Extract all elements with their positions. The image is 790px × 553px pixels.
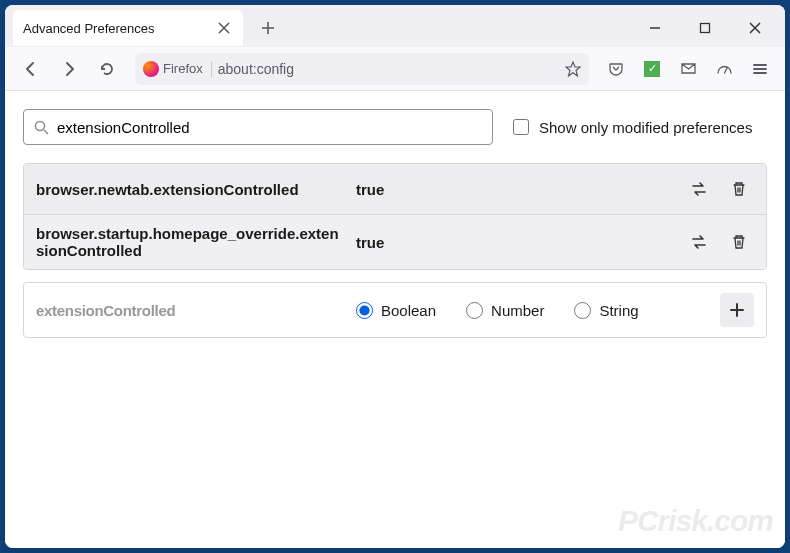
address-bar[interactable]: Firefox about:config — [135, 53, 589, 85]
firefox-logo-icon — [143, 61, 159, 77]
show-modified-input[interactable] — [513, 119, 529, 135]
window-controls — [635, 13, 785, 43]
reload-button[interactable] — [91, 53, 123, 85]
extension-icon[interactable]: ✓ — [637, 54, 667, 84]
search-icon — [34, 120, 49, 135]
toggle-icon[interactable] — [684, 174, 714, 204]
pref-value: true — [356, 181, 684, 198]
identity-label: Firefox — [163, 61, 203, 76]
hamburger-menu-icon[interactable] — [745, 54, 775, 84]
close-tab-icon[interactable] — [215, 19, 233, 37]
show-modified-label: Show only modified preferences — [539, 119, 752, 136]
add-pref-button[interactable] — [720, 293, 754, 327]
pref-actions — [684, 227, 754, 257]
search-input[interactable] — [57, 119, 482, 136]
forward-button[interactable] — [53, 53, 85, 85]
watermark: PCrisk.com — [618, 504, 773, 538]
create-pref-row: extensionControlled Boolean Number Strin… — [23, 282, 767, 338]
radio-boolean-input[interactable] — [356, 302, 373, 319]
pref-name: browser.newtab.extensionControlled — [36, 181, 356, 198]
pref-list: browser.newtab.extensionControlled true … — [23, 163, 767, 270]
radio-number-input[interactable] — [466, 302, 483, 319]
pref-value: true — [356, 234, 684, 251]
browser-toolbar: Firefox about:config ✓ — [5, 47, 785, 91]
page-content: Show only modified preferences browser.n… — [5, 91, 785, 548]
site-identity[interactable]: Firefox — [143, 61, 212, 77]
radio-boolean[interactable]: Boolean — [356, 302, 436, 319]
show-modified-checkbox[interactable]: Show only modified preferences — [513, 119, 752, 136]
delete-icon[interactable] — [724, 227, 754, 257]
maximize-button[interactable] — [685, 13, 725, 43]
delete-icon[interactable] — [724, 174, 754, 204]
pref-row: browser.startup.homepage_override.extens… — [24, 214, 766, 269]
close-window-button[interactable] — [735, 13, 775, 43]
mail-icon[interactable] — [673, 54, 703, 84]
tab-title: Advanced Preferences — [23, 21, 155, 36]
minimize-button[interactable] — [635, 13, 675, 43]
pref-actions — [684, 174, 754, 204]
svg-rect-0 — [701, 24, 710, 33]
new-tab-button[interactable] — [253, 13, 283, 43]
search-box[interactable] — [23, 109, 493, 145]
pocket-icon[interactable] — [601, 54, 631, 84]
radio-boolean-label: Boolean — [381, 302, 436, 319]
dashboard-icon[interactable] — [709, 54, 739, 84]
browser-tab[interactable]: Advanced Preferences — [13, 10, 243, 46]
radio-number[interactable]: Number — [466, 302, 544, 319]
pref-name: browser.startup.homepage_override.extens… — [36, 225, 356, 259]
toggle-icon[interactable] — [684, 227, 714, 257]
radio-string[interactable]: String — [574, 302, 638, 319]
back-button[interactable] — [15, 53, 47, 85]
pref-row: browser.newtab.extensionControlled true — [24, 164, 766, 214]
titlebar: Advanced Preferences — [5, 5, 785, 47]
svg-point-1 — [36, 121, 45, 130]
bookmark-star-icon[interactable] — [565, 61, 581, 77]
radio-number-label: Number — [491, 302, 544, 319]
radio-string-label: String — [599, 302, 638, 319]
search-row: Show only modified preferences — [23, 109, 767, 145]
radio-string-input[interactable] — [574, 302, 591, 319]
type-radio-group: Boolean Number String — [356, 302, 720, 319]
create-pref-name: extensionControlled — [36, 302, 356, 319]
url-text: about:config — [218, 61, 559, 77]
